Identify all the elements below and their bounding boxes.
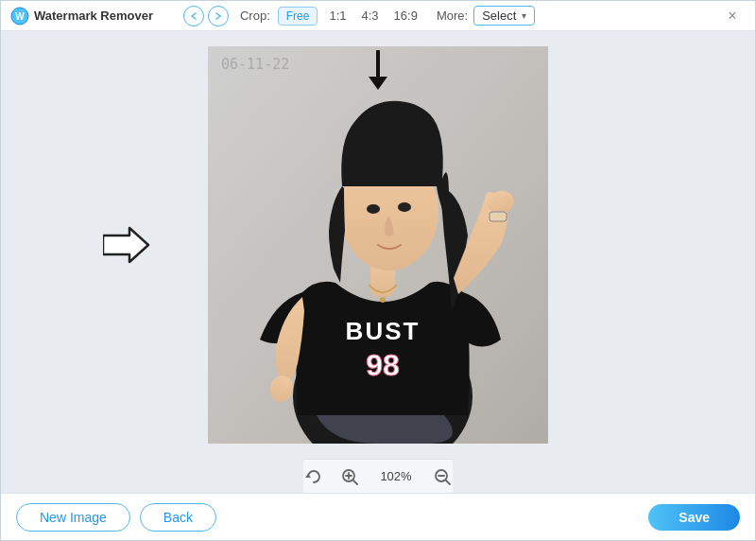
app-title: Watermark Remover (34, 9, 153, 23)
crop-section: Crop: Free 1:1 4:3 16:9 (240, 7, 421, 26)
person-image: BUST 98 98 (208, 46, 548, 444)
footer-left-buttons: New Image Back (16, 503, 216, 532)
svg-line-23 (446, 480, 450, 484)
back-button[interactable]: Back (140, 503, 216, 532)
more-section: More: Select ▾ (437, 6, 535, 26)
crop-ratio-1-1[interactable]: 1:1 (325, 7, 350, 25)
footer: New Image Back Save (1, 493, 755, 540)
zoom-in-icon (341, 468, 358, 485)
zoom-reset-button[interactable] (303, 466, 324, 487)
select-label: Select (482, 9, 516, 23)
logo-icon: W (10, 7, 29, 26)
titlebar: W Watermark Remover Crop: Free 1:1 4:3 1… (1, 1, 755, 31)
arrow-down-annotation (369, 50, 387, 90)
reset-icon (305, 468, 322, 485)
zoom-toolbar: 102% (303, 459, 453, 493)
svg-rect-14 (490, 212, 507, 221)
svg-marker-2 (103, 228, 148, 262)
crop-ratio-16-9[interactable]: 16:9 (390, 7, 421, 25)
zoom-out-button[interactable] (432, 466, 453, 487)
svg-marker-16 (305, 474, 311, 478)
zoom-in-button[interactable] (339, 466, 360, 487)
svg-text:W: W (15, 11, 25, 22)
new-image-button[interactable]: New Image (16, 503, 130, 532)
svg-text:BUST: BUST (346, 317, 421, 345)
svg-point-12 (380, 297, 386, 303)
zoom-percent: 102% (375, 469, 417, 483)
svg-point-10 (367, 204, 380, 214)
zoom-out-icon (434, 468, 451, 485)
crop-free-button[interactable]: Free (278, 7, 318, 26)
chevron-down-icon: ▾ (522, 10, 526, 21)
nav-arrows (183, 6, 229, 26)
svg-line-20 (353, 480, 357, 484)
arrow-right-icon (103, 226, 150, 264)
image-card: 06-11-22 (208, 46, 548, 444)
more-label: More: (437, 9, 468, 23)
save-button[interactable]: Save (648, 504, 740, 531)
nav-forward-button[interactable] (208, 6, 229, 26)
main-area: 06-11-22 (1, 31, 755, 493)
crop-ratio-4-3[interactable]: 4:3 (358, 7, 383, 25)
canvas-wrapper: 06-11-22 (1, 31, 755, 459)
arrow-head-down (369, 77, 387, 90)
arrow-shaft-vertical (376, 50, 380, 77)
svg-point-11 (398, 202, 411, 212)
close-button[interactable]: × (719, 3, 746, 29)
app-logo: W Watermark Remover (10, 7, 168, 26)
svg-text:98: 98 (366, 348, 400, 382)
crop-label: Crop: (240, 9, 270, 23)
date-label: 06-11-22 (221, 56, 289, 73)
select-dropdown[interactable]: Select ▾ (473, 6, 535, 26)
arrow-right-annotation (103, 226, 150, 264)
nav-back-button[interactable] (183, 6, 204, 26)
